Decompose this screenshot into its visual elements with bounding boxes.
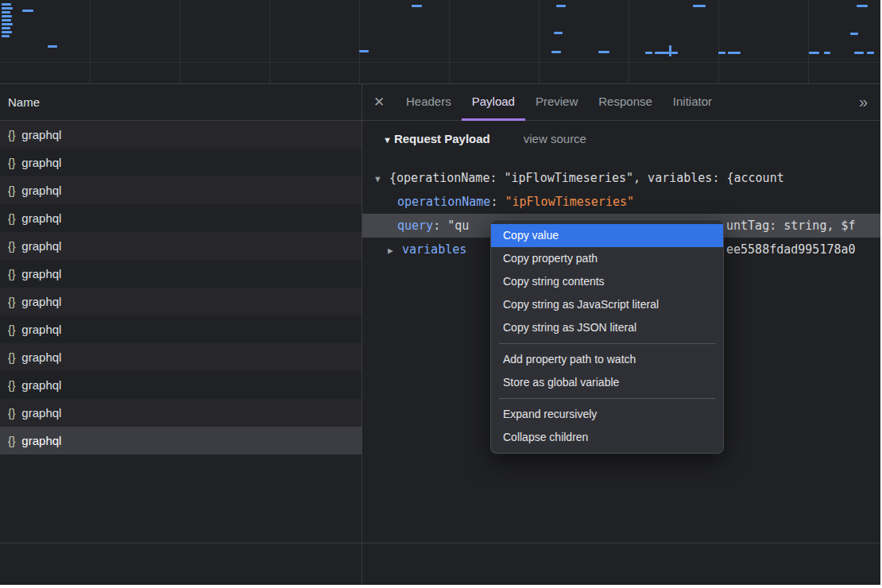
waterfall-bar xyxy=(2,15,12,17)
payload-tree-row[interactable]: ▼{operationName: "ipFlowTimeseries", var… xyxy=(362,166,880,190)
disclosure-collapsed-icon[interactable]: ▶ xyxy=(388,239,402,261)
request-name: graphql xyxy=(21,239,61,253)
waterfall-bar xyxy=(551,51,561,53)
request-name: graphql xyxy=(21,267,61,280)
request-row[interactable]: {}graphql xyxy=(0,149,362,176)
request-name: graphql xyxy=(21,406,61,420)
waterfall-bar xyxy=(669,45,671,56)
request-row[interactable]: {}graphql xyxy=(0,427,362,455)
request-row[interactable]: {}graphql xyxy=(0,232,362,260)
tree-text-plain: : xyxy=(490,195,505,209)
waterfall-bar xyxy=(412,5,422,7)
menu-item-copy-string-contents[interactable]: Copy string contents xyxy=(491,270,723,293)
tree-row-overflow-text: ee5588fdad995178a0 xyxy=(726,238,856,261)
tab-preview[interactable]: Preview xyxy=(525,84,588,118)
request-row[interactable]: {}graphql xyxy=(0,399,362,427)
tree-text-plain: {operationName: "ipFlowTimeseries", vari… xyxy=(389,171,784,185)
column-header-name[interactable]: Name xyxy=(8,84,40,120)
tab-overflow-icon[interactable]: » xyxy=(859,93,868,111)
menu-separator xyxy=(499,343,715,344)
waterfall-bar xyxy=(850,33,858,35)
request-name: graphql xyxy=(21,156,61,169)
waterfall-bar xyxy=(854,52,864,54)
menu-item-expand-recursively[interactable]: Expand recursively xyxy=(491,403,723,426)
context-menu: Copy valueCopy property pathCopy string … xyxy=(490,219,724,454)
json-braces-icon: {} xyxy=(8,184,15,197)
request-row[interactable]: {}graphql xyxy=(0,260,362,288)
menu-item-copy-string-as-json-literal[interactable]: Copy string as JSON literal xyxy=(491,316,723,339)
section-title: Request Payload xyxy=(394,132,490,145)
request-row[interactable]: {}graphql xyxy=(0,343,362,371)
menu-item-copy-property-path[interactable]: Copy property path xyxy=(491,247,723,270)
request-row[interactable]: {}graphql xyxy=(0,204,362,232)
request-name: graphql xyxy=(21,295,61,308)
payload-tree-row[interactable]: operationName: "ipFlowTimeseries" xyxy=(362,190,880,214)
disclosure-expanded-icon[interactable]: ▼ xyxy=(375,168,389,190)
json-braces-icon: {} xyxy=(8,268,15,280)
request-row[interactable]: {}graphql xyxy=(0,288,362,315)
network-header-row: Name ✕ HeadersPayloadPreviewResponseInit… xyxy=(0,84,880,121)
close-icon[interactable]: ✕ xyxy=(362,94,396,110)
grid-line xyxy=(90,0,91,83)
menu-item-add-property-path-to-watch[interactable]: Add property path to watch xyxy=(491,348,723,371)
section-disclosure-icon[interactable]: ▼ xyxy=(383,135,392,145)
waterfall-bar xyxy=(693,5,706,7)
request-row[interactable]: {}graphql xyxy=(0,371,362,399)
request-row[interactable]: {}graphql xyxy=(0,315,362,343)
json-braces-icon: {} xyxy=(8,435,15,447)
menu-item-copy-string-as-javascript-literal[interactable]: Copy string as JavaScript literal xyxy=(491,293,723,316)
footer-divider xyxy=(0,543,880,544)
json-braces-icon: {} xyxy=(8,129,15,141)
waterfall-bar xyxy=(728,52,741,54)
tree-text-string: "ipFlowTimeseries" xyxy=(505,195,634,209)
waterfall-bar xyxy=(671,52,678,54)
waterfall-bar xyxy=(867,52,874,54)
request-payload-section-header: ▼ Request Payload view source xyxy=(362,121,880,157)
view-source-link[interactable]: view source xyxy=(524,132,586,145)
waterfall-bar xyxy=(2,27,10,29)
tabs-container: HeadersPayloadPreviewResponseInitiator xyxy=(396,84,722,120)
waterfall-bar xyxy=(718,52,725,54)
tab-headers[interactable]: Headers xyxy=(396,84,462,118)
tab-initiator[interactable]: Initiator xyxy=(663,84,722,118)
tree-text-key: operationName xyxy=(397,195,490,209)
tree-text-key: variables xyxy=(402,242,466,257)
json-braces-icon: {} xyxy=(8,379,15,392)
overview-baseline xyxy=(0,62,880,63)
grid-line xyxy=(449,0,450,83)
grid-line xyxy=(718,0,719,83)
grid-line xyxy=(629,0,629,83)
tab-payload[interactable]: Payload xyxy=(462,84,525,121)
waterfall-bar xyxy=(857,5,868,7)
grid-line xyxy=(269,0,270,83)
tab-response[interactable]: Response xyxy=(588,84,663,118)
tree-text-plain: : xyxy=(433,219,447,233)
menu-separator xyxy=(499,398,715,399)
waterfall-bar xyxy=(2,19,11,21)
network-overview-timeline[interactable] xyxy=(0,0,880,84)
tree-text-key: query xyxy=(397,219,433,233)
request-list: {}graphql{}graphql{}graphql{}graphql{}gr… xyxy=(0,121,362,455)
grid-line xyxy=(180,0,180,83)
request-name: graphql xyxy=(21,350,61,364)
request-row[interactable]: {}graphql xyxy=(0,176,362,204)
waterfall-bar xyxy=(645,52,652,54)
request-row[interactable]: {}graphql xyxy=(0,121,362,149)
request-name: graphql xyxy=(21,184,61,197)
menu-item-collapse-children[interactable]: Collapse children xyxy=(491,426,723,449)
request-name: graphql xyxy=(21,434,61,447)
detail-tab-bar: ✕ HeadersPayloadPreviewResponseInitiator… xyxy=(362,84,880,120)
tree-text-plain: "qu xyxy=(447,219,469,233)
json-braces-icon: {} xyxy=(8,296,15,308)
waterfall-bar xyxy=(2,11,10,14)
menu-item-copy-value[interactable]: Copy value xyxy=(491,224,723,247)
waterfall-bar xyxy=(22,10,33,12)
grid-line xyxy=(808,0,809,83)
tree-row-overflow-text: untTag: string, $f xyxy=(726,214,856,238)
waterfall-bar xyxy=(655,52,669,54)
waterfall-bar xyxy=(2,31,12,33)
grid-line xyxy=(359,0,360,83)
request-name: graphql xyxy=(21,211,61,225)
menu-item-store-as-global-variable[interactable]: Store as global variable xyxy=(491,371,723,394)
waterfall-bar xyxy=(809,52,819,54)
